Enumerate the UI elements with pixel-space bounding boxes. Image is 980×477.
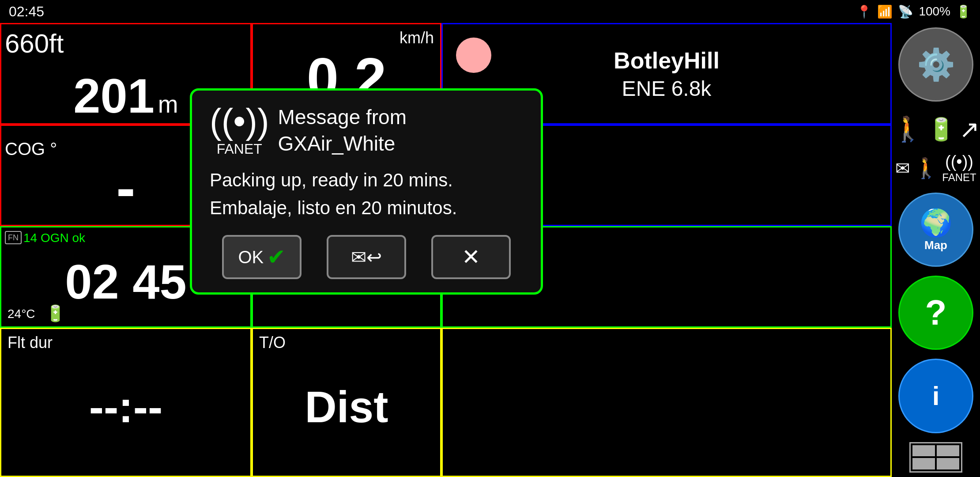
person-icon2: 🚶: [914, 156, 939, 180]
person-icon: 🚶: [893, 115, 923, 144]
layout-cell1: [912, 445, 935, 457]
layout-icon[interactable]: [909, 442, 962, 473]
map-label: Map: [924, 238, 947, 252]
flt-dur-cell: Flt dur --:--: [0, 328, 252, 477]
altitude-ft: 660ft: [5, 28, 64, 59]
altitude-unit: m: [158, 90, 178, 118]
speed-unit: km/h: [400, 29, 434, 47]
question-mark: ?: [925, 292, 947, 333]
layout-cell4: [937, 458, 959, 469]
fn-badge: FN: [5, 231, 22, 244]
dialog-header: ((•)) FANET Message from GXAir_White: [210, 104, 523, 157]
ok-button[interactable]: OK ✔: [222, 235, 302, 279]
dialog-body: Packing up, ready in 20 mins. Embalaje, …: [210, 166, 523, 222]
altitude-m: 201: [73, 68, 155, 124]
flt-dur-label: Flt dur: [8, 333, 53, 352]
location-name: BotleyHill: [614, 47, 720, 74]
right-sidebar: ⚙️ 🚶 🔋 ↗ ✉ 🚶 ((•)) FANET 🌍 Map ? i: [892, 23, 980, 477]
settings-button[interactable]: ⚙️: [898, 27, 973, 102]
bottom-right-cell: [441, 328, 892, 477]
location-icon: 📍: [856, 4, 872, 19]
checkmark-icon: ✔: [267, 244, 286, 270]
info-mark: i: [932, 381, 940, 411]
dialog-title-block: Message from GXAir_White: [278, 104, 407, 157]
dialog-body-line2: Embalaje, listo en 20 minutos.: [210, 194, 523, 222]
question-button[interactable]: ?: [898, 276, 973, 350]
ogn-label: 14 OGN ok: [23, 231, 85, 245]
info-button[interactable]: i: [898, 359, 973, 433]
battery-low-icon: 🔋: [927, 117, 955, 142]
fanet-icon-block: ((•)) FANET: [210, 104, 269, 157]
close-button[interactable]: ✕: [431, 235, 511, 279]
close-icon: ✕: [462, 244, 480, 270]
status-time: 02:45: [9, 4, 44, 20]
dialog-body-line1: Packing up, ready in 20 mins.: [210, 166, 523, 194]
reply-icon: ✉↩: [351, 246, 382, 268]
ok-label: OK: [238, 247, 264, 267]
cog-label: COG °: [5, 139, 57, 159]
flt-dur-value: --:--: [89, 382, 163, 432]
status-icons: 📍 📶 📡 100% 🔋: [856, 4, 971, 19]
message-dialog: ((•)) FANET Message from GXAir_White Pac…: [190, 88, 543, 295]
pink-indicator: [456, 38, 491, 73]
gear-icon: ⚙️: [917, 46, 955, 83]
message-icon: ✉: [895, 158, 910, 178]
time-value: 02 45: [65, 254, 186, 310]
arrow-up-icon: ↗: [959, 115, 980, 144]
map-button[interactable]: 🌍 Map: [898, 193, 973, 267]
battery-cell-icon: 🔋: [45, 304, 65, 323]
temp-value: 24°C: [8, 307, 35, 321]
to-dist-value: Dist: [305, 382, 388, 432]
person-battery-row: 🚶 🔋 ↗: [893, 115, 980, 144]
status-bar: 02:45 📍 📶 📡 100% 🔋: [0, 0, 980, 23]
wifi-icon: 📶: [877, 4, 893, 19]
fanet-radio-icon: ((•)): [210, 104, 269, 139]
reply-button[interactable]: ✉↩: [327, 235, 406, 279]
dialog-buttons: OK ✔ ✉↩ ✕: [210, 235, 523, 279]
battery-icon-status: 🔋: [956, 4, 971, 19]
fanet-dialog-label: FANET: [217, 141, 262, 157]
to-label: T/O: [259, 333, 286, 352]
location-sub: ENE 6.8k: [622, 76, 712, 101]
globe-icon: 🌍: [920, 207, 953, 238]
layout-cell3: [912, 458, 935, 469]
radio-waves-icon: ((•)): [945, 152, 973, 171]
signal-icon: 📡: [898, 4, 913, 19]
layout-cell2: [937, 445, 959, 457]
cog-value: -: [116, 159, 135, 216]
dialog-title-line2: GXAir_White: [278, 131, 407, 157]
msg-fanet-row: ✉ 🚶 ((•)) FANET: [895, 152, 976, 184]
to-dist-cell: T/O Dist: [252, 328, 441, 477]
fanet-label-sidebar: FANET: [942, 171, 976, 184]
battery-status: 100%: [919, 4, 950, 19]
dialog-title-line1: Message from: [278, 104, 407, 131]
